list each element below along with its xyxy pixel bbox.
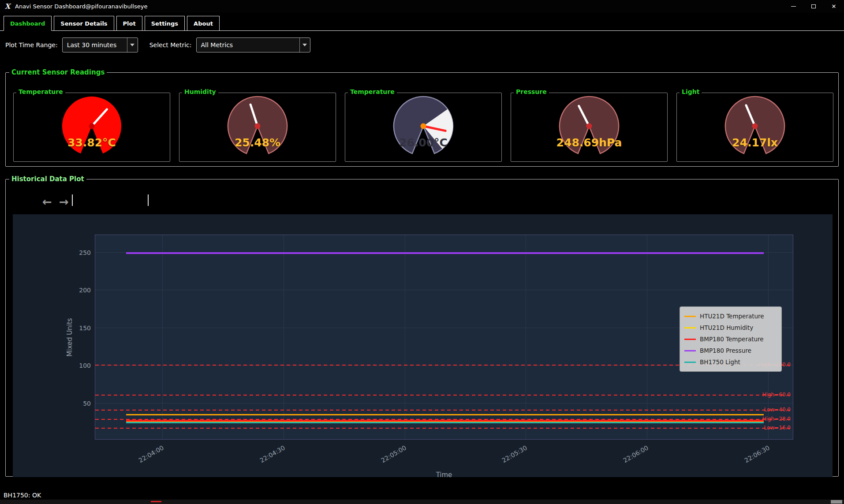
threshold-line-low-40	[95, 410, 793, 411]
y-tick-label: 50	[70, 400, 91, 407]
x-tick-label: 22:05:00	[380, 444, 407, 464]
gauge-title: Temperature	[16, 88, 65, 95]
toolbar-cursor-artifact	[72, 194, 73, 206]
bottom-edge-artifact	[151, 501, 161, 502]
tab-sensor-details[interactable]: Sensor Details	[54, 16, 114, 31]
time-range-select[interactable]: Last 30 minutes	[62, 37, 138, 52]
y-axis-label: Mixed Units	[66, 318, 74, 356]
series-line-bmp180-pressure	[126, 252, 764, 254]
tab-dashboard[interactable]: Dashboard	[4, 16, 52, 31]
gridline	[526, 235, 526, 439]
chevron-down-icon	[302, 44, 307, 46]
maximize-button[interactable]	[803, 0, 824, 13]
legend-item: HTU21D Humidity	[684, 322, 777, 333]
legend-item: BMP180 Pressure	[684, 345, 777, 356]
legend-item: HTU21D Temperature	[684, 310, 777, 322]
historical-plot-groupbox: Historical Data Plot ← → Mixed Units	[5, 179, 839, 477]
bh1750-light-gauge: Light 24.17lx	[676, 93, 833, 162]
legend-label: HTU21D Temperature	[700, 313, 764, 320]
metric-select[interactable]: All Metrics	[196, 37, 310, 52]
temperature-dial-icon	[14, 93, 170, 161]
tab-bar: Dashboard Sensor Details Plot Settings A…	[0, 13, 844, 31]
time-range-dropdown-button[interactable]	[127, 38, 138, 52]
htu21d-temperature-gauge: Temperature 33.82°C	[13, 93, 170, 162]
threshold-label: Low=40.0	[764, 407, 791, 413]
x-tick-label: 22:06:30	[743, 444, 771, 464]
gauge-title: Pressure	[514, 88, 549, 95]
temperature-dial-icon	[345, 93, 501, 161]
gauge-value: 25.48%	[179, 136, 336, 149]
series-line-htu21d-temperature	[126, 414, 764, 415]
plot-controls-row: Plot Time Range: Last 30 minutes Select …	[5, 37, 322, 53]
gridline	[284, 235, 284, 439]
gridline	[647, 235, 647, 439]
status-bar: BH1750: OK	[4, 492, 41, 499]
historical-plot-title: Historical Data Plot	[9, 175, 86, 183]
close-icon: ✕	[832, 4, 837, 9]
series-color-swatch	[684, 362, 696, 363]
bmp180-temperature-gauge: Temperature 26.00°C	[345, 93, 502, 162]
title-bar: X Anavi Sensor Dashboard@pifouranavibull…	[0, 0, 844, 13]
legend-label: BMP180 Temperature	[700, 336, 764, 343]
window-controls: ✕	[783, 0, 844, 13]
current-readings-groupbox: Current Sensor Readings Temperature 33.8…	[5, 72, 839, 167]
y-tick-label: 100	[70, 362, 91, 369]
gauge-title: Humidity	[182, 88, 218, 95]
close-button[interactable]: ✕	[824, 0, 844, 13]
gauge-row: Temperature 33.82°C Humidity 25.48%	[13, 93, 833, 162]
legend-label: HTU21D Humidity	[700, 324, 753, 331]
gauge-value: 33.82°C	[14, 136, 170, 149]
current-readings-title: Current Sensor Readings	[9, 68, 107, 76]
y-tick-label: 250	[70, 249, 91, 256]
legend-label: BMP180 Pressure	[700, 347, 751, 354]
series-line-bmp180-temperature	[126, 420, 764, 422]
chevron-down-icon	[130, 44, 134, 46]
toolbar-cursor-artifact	[148, 194, 149, 206]
x-tick-label: 22:05:30	[501, 444, 528, 464]
plot-legend: HTU21D Temperature HTU21D Humidity BMP18…	[680, 306, 782, 372]
y-tick-label: 200	[70, 287, 91, 294]
maximize-icon	[811, 4, 816, 8]
nav-forward-button[interactable]: →	[57, 195, 71, 209]
gridline	[405, 235, 405, 439]
gauge-title: Light	[680, 88, 702, 95]
light-dial-icon	[677, 93, 833, 161]
minimize-icon	[791, 6, 796, 7]
metric-dropdown-button[interactable]	[299, 38, 310, 52]
series-color-swatch	[684, 327, 696, 329]
gauge-title: Temperature	[348, 88, 397, 95]
nav-back-button[interactable]: ←	[40, 195, 54, 209]
gridline	[162, 235, 163, 439]
window-title: Anavi Sensor Dashboard@pifouranavibullse…	[15, 3, 147, 10]
gridline	[95, 403, 793, 403]
y-tick-label: 150	[70, 325, 91, 332]
minimize-button[interactable]	[783, 0, 803, 13]
tab-about[interactable]: About	[187, 16, 220, 31]
gauge-value: 26.00°C	[345, 136, 501, 149]
threshold-label: Low=16.0	[764, 425, 791, 431]
resize-grip[interactable]	[831, 500, 842, 504]
series-line-bh1750-light	[126, 422, 764, 423]
series-color-swatch	[684, 339, 696, 340]
x-tick-label: 22:06:00	[622, 444, 650, 464]
gridline	[95, 290, 793, 290]
x-tick-label: 22:04:30	[259, 444, 286, 464]
y-axis-label-wrap: Mixed Units	[65, 235, 75, 440]
x11-app-icon: X	[4, 3, 11, 11]
series-color-swatch	[684, 350, 696, 351]
threshold-label: High=60.0	[762, 392, 791, 398]
tab-settings[interactable]: Settings	[145, 16, 185, 31]
htu21d-humidity-gauge: Humidity 25.48%	[179, 93, 336, 162]
metric-value: All Metrics	[201, 41, 233, 49]
time-range-value: Last 30 minutes	[67, 41, 117, 49]
plot-figure: Mixed Units	[13, 214, 833, 477]
bottom-edge	[0, 500, 844, 504]
legend-item: BH1750 Light	[684, 356, 777, 368]
bmp180-pressure-gauge: Pressure 248.69hPa	[511, 93, 668, 162]
x-tick-label: 22:04:00	[138, 444, 165, 464]
threshold-line-low-16	[95, 428, 793, 429]
tab-plot[interactable]: Plot	[116, 16, 142, 31]
threshold-label: High=28.0	[762, 416, 791, 422]
gauge-value: 24.17lx	[677, 136, 833, 149]
pressure-dial-icon	[511, 93, 667, 161]
